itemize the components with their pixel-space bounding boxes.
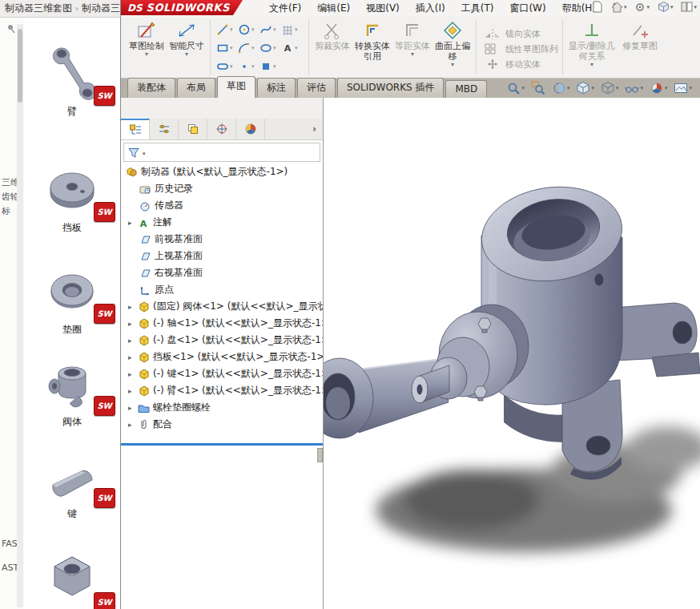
tree-filter[interactable] bbox=[123, 143, 320, 162]
text-tool-button[interactable]: A bbox=[281, 38, 303, 57]
panels-icon[interactable] bbox=[681, 2, 697, 12]
menu-tools[interactable]: 工具(T) bbox=[461, 2, 494, 15]
expand-arrow-icon[interactable]: ▸ bbox=[128, 421, 137, 429]
tree-item-annotations[interactable]: ▸ A 注解 bbox=[121, 214, 323, 231]
menu-help[interactable]: 帮助(H) bbox=[562, 2, 596, 15]
mirror-entities-button[interactable]: 镜向实体 bbox=[481, 27, 541, 40]
part-thumbnail-valve-body[interactable]: 阀体 SW bbox=[27, 353, 117, 438]
tree-item-right-plane[interactable]: 右视基准面 bbox=[121, 264, 323, 281]
scrollbar-thumb[interactable] bbox=[18, 29, 22, 103]
tree-item-component-valve-body[interactable]: ▸ (固定) 阀体<1> (默认<<默认>_显示状态-1>) bbox=[121, 298, 323, 315]
property-manager-tab[interactable] bbox=[150, 119, 179, 139]
tree-item-top-plane[interactable]: 上视基准面 bbox=[121, 248, 323, 264]
tab-markup[interactable]: 标注 bbox=[257, 78, 296, 98]
line-tool-button[interactable] bbox=[216, 20, 238, 38]
arc-tool-button[interactable] bbox=[238, 38, 259, 57]
filter-dropdown-caret[interactable] bbox=[142, 147, 146, 158]
feature-tree: 制动器 (默认<默认_显示状态-1>) 历史记录 传感器 bbox=[121, 163, 323, 433]
menu-file[interactable]: 文件(F) bbox=[269, 2, 301, 15]
part-thumbnail-key[interactable]: 键 SW bbox=[27, 445, 117, 530]
tree-item-mates[interactable]: ▸ 配合 bbox=[121, 416, 323, 433]
tree-item-fasteners-folder[interactable]: ▸ 螺栓垫圈螺栓 bbox=[121, 399, 323, 416]
menu-window[interactable]: 窗口(W) bbox=[509, 2, 545, 15]
expand-arrow-icon[interactable]: ▸ bbox=[128, 370, 137, 378]
expand-arrow-icon[interactable]: ▸ bbox=[128, 303, 137, 311]
settings-gear-icon[interactable] bbox=[634, 2, 650, 13]
annotation-icon: A bbox=[137, 216, 150, 228]
brake-assembly-3d-model[interactable] bbox=[324, 98, 700, 609]
rollback-bar[interactable] bbox=[121, 443, 323, 446]
breadcrumb-item[interactable]: 制动器三维套图 bbox=[5, 2, 72, 15]
configuration-manager-tab[interactable] bbox=[179, 119, 207, 139]
dimxpert-manager-tab[interactable] bbox=[207, 119, 236, 139]
menu-edit[interactable]: 编辑(E) bbox=[317, 2, 350, 15]
circle-tool-button[interactable] bbox=[238, 20, 259, 38]
display-style-icon[interactable] bbox=[601, 81, 619, 95]
parts-panel-scrollbar[interactable] bbox=[17, 24, 23, 607]
repair-sketch-button[interactable]: 修复草图 bbox=[618, 18, 662, 51]
pushpin-icon[interactable] bbox=[6, 24, 16, 34]
tree-item-history[interactable]: 历史记录 bbox=[121, 180, 323, 197]
hide-show-items-icon[interactable] bbox=[625, 83, 643, 94]
zoom-fit-icon[interactable] bbox=[506, 81, 525, 95]
expand-arrow-icon[interactable]: ▸ bbox=[128, 387, 137, 395]
zoom-area-icon[interactable] bbox=[531, 81, 545, 95]
spline-tool-button[interactable] bbox=[259, 20, 281, 38]
tab-layout[interactable]: 布局 bbox=[177, 78, 215, 98]
sketch-grid-button[interactable] bbox=[281, 20, 303, 38]
tree-item-component-baffle[interactable]: ▸ 挡板<1> (默认<<默认>_显示状态-1>) bbox=[121, 349, 323, 365]
tree-scrollbar-thumb[interactable] bbox=[317, 448, 323, 462]
trim-entities-button[interactable]: 剪裁实体 bbox=[313, 18, 352, 51]
expand-arrow-icon[interactable]: ▸ bbox=[128, 404, 137, 412]
menu-insert[interactable]: 插入(I) bbox=[416, 2, 445, 15]
expand-arrow-icon[interactable]: ▸ bbox=[128, 337, 137, 345]
part-thumbnail-nut[interactable]: 螺母 SW bbox=[27, 549, 117, 609]
convert-entities-button[interactable]: 转换实体引用 bbox=[353, 18, 392, 62]
offset-entities-button[interactable]: 等距实体 bbox=[393, 18, 432, 58]
ellipse-tool-button[interactable] bbox=[259, 38, 281, 57]
tab-sketch[interactable]: 草图 bbox=[217, 76, 255, 98]
panel-tab-overflow[interactable]: › bbox=[306, 119, 323, 139]
slot-tool-button[interactable] bbox=[216, 57, 238, 75]
tree-item-origin[interactable]: 原点 bbox=[121, 281, 323, 298]
tab-evaluate[interactable]: 评估 bbox=[297, 78, 336, 98]
sketch-button[interactable]: 草图绘制 bbox=[127, 18, 166, 58]
offset-on-surface-button[interactable]: 曲面上偏移 bbox=[433, 18, 472, 68]
smart-dimension-button[interactable]: 智能尺寸 bbox=[167, 18, 206, 58]
linear-sketch-pattern-button[interactable]: 线性草图阵列 bbox=[481, 42, 558, 55]
home-icon[interactable] bbox=[611, 2, 627, 13]
tree-root-assembly[interactable]: 制动器 (默认<默认_显示状态-1>) bbox=[121, 163, 323, 180]
new-document-icon[interactable] bbox=[592, 1, 603, 13]
part-thumbnail-baffle[interactable]: 挡板 SW bbox=[27, 159, 117, 244]
section-view-icon[interactable] bbox=[552, 81, 570, 95]
view-orientation-icon[interactable] bbox=[576, 81, 594, 95]
menu-view[interactable]: 视图(V) bbox=[366, 2, 400, 15]
tab-assembly[interactable]: 装配体 bbox=[127, 78, 175, 98]
view-cube-icon[interactable] bbox=[658, 1, 674, 13]
scene-icon[interactable] bbox=[674, 82, 692, 95]
graphics-viewport[interactable] bbox=[324, 98, 700, 609]
tab-mbd[interactable]: MBD bbox=[445, 80, 487, 98]
display-manager-tab[interactable] bbox=[236, 119, 265, 139]
construction-square-button[interactable] bbox=[259, 57, 281, 75]
tab-addins[interactable]: SOLIDWORKS 插件 bbox=[337, 78, 444, 98]
tree-item-component-key[interactable]: ▸ (-) 键<1> (默认<<默认>_显示状态-1>) bbox=[121, 365, 323, 382]
expand-arrow-icon[interactable]: ▸ bbox=[128, 320, 137, 328]
expand-arrow-icon[interactable]: ▸ bbox=[128, 219, 137, 227]
breadcrumb-item[interactable]: 制动器三 bbox=[82, 2, 120, 15]
tree-item-component-arm[interactable]: ▸ (-) 臂<1> (默认<<默认>_显示状态-1>) bbox=[121, 382, 323, 399]
move-entities-button[interactable]: 移动实体 bbox=[481, 58, 541, 71]
display-delete-relations-button[interactable]: 显示/删除几何关系 bbox=[567, 18, 617, 68]
tree-item-sensors[interactable]: 传感器 bbox=[121, 197, 323, 214]
part-thumbnail-washer[interactable]: 垫圈 SW bbox=[27, 260, 117, 345]
feature-manager-tab[interactable] bbox=[121, 119, 150, 139]
edit-appearance-icon[interactable] bbox=[650, 81, 668, 95]
rectangle-tool-button[interactable] bbox=[216, 38, 238, 57]
part-thumbnail-arm[interactable]: 臂 SW bbox=[27, 42, 117, 127]
breadcrumb[interactable]: 制动器三维套图 › 制动器三 bbox=[0, 0, 120, 18]
tree-item-component-disc[interactable]: ▸ (-) 盘<1> (默认<<默认>_显示状态-1>) bbox=[121, 332, 323, 349]
tree-item-front-plane[interactable]: 前视基准面 bbox=[121, 231, 323, 248]
expand-arrow-icon[interactable]: ▸ bbox=[128, 353, 137, 361]
tree-item-component-shaft[interactable]: ▸ (-) 轴<1> (默认<<默认>_显示状态-1>) bbox=[121, 315, 323, 332]
point-tool-button[interactable] bbox=[238, 57, 259, 75]
